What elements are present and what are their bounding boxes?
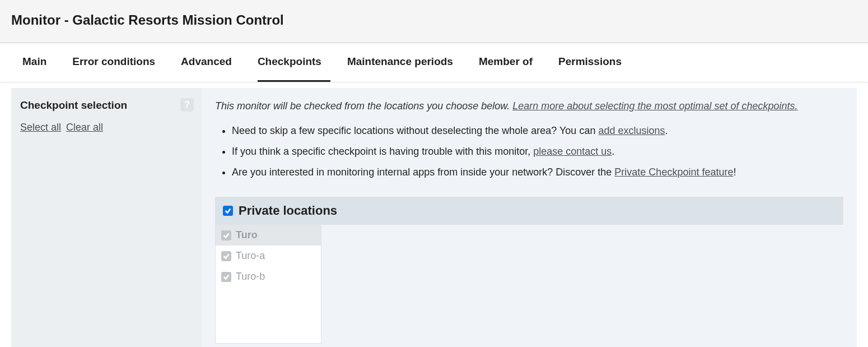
tab-advanced[interactable]: Advanced bbox=[181, 43, 241, 82]
tab-permissions[interactable]: Permissions bbox=[558, 43, 631, 82]
location-item-turo-b[interactable]: Turo-b bbox=[216, 266, 321, 287]
sidebar-title: Checkpoint selection bbox=[20, 99, 193, 112]
tab-bar: Main Error conditions Advanced Checkpoin… bbox=[0, 43, 868, 82]
checkbox-icon[interactable] bbox=[221, 251, 231, 261]
content-wrapper: Checkpoint selection ? Select all Clear … bbox=[0, 82, 868, 347]
private-locations-checkbox[interactable] bbox=[223, 206, 233, 216]
bullet-private-checkpoint: Are you interested in monitoring interna… bbox=[232, 165, 843, 180]
private-locations-header[interactable]: Private locations bbox=[215, 197, 843, 225]
page-header: Monitor - Galactic Resorts Mission Contr… bbox=[0, 0, 868, 43]
private-checkpoint-link[interactable]: Private Checkpoint feature bbox=[614, 166, 733, 178]
group-spacer bbox=[216, 287, 321, 343]
tab-checkpoints[interactable]: Checkpoints bbox=[258, 43, 330, 82]
location-item-turo-a[interactable]: Turo-a bbox=[216, 246, 321, 266]
location-label: Turo-a bbox=[236, 250, 265, 262]
location-group-box: Turo Turo-a Turo-b bbox=[215, 225, 321, 344]
select-all-link[interactable]: Select all bbox=[20, 122, 61, 133]
tab-main[interactable]: Main bbox=[22, 43, 55, 82]
checkpoint-sidebar: Checkpoint selection ? Select all Clear … bbox=[11, 88, 202, 347]
tab-maintenance-periods[interactable]: Maintenance periods bbox=[347, 43, 462, 82]
location-label: Turo-b bbox=[236, 271, 265, 283]
intro-text: This monitor will be checked from the lo… bbox=[215, 100, 843, 112]
location-label: Turo bbox=[236, 229, 258, 241]
checkbox-icon[interactable] bbox=[221, 272, 231, 282]
main-panel: This monitor will be checked from the lo… bbox=[202, 88, 857, 347]
location-item-turo[interactable]: Turo bbox=[216, 225, 321, 246]
page-title: Monitor - Galactic Resorts Mission Contr… bbox=[11, 12, 857, 28]
clear-all-link[interactable]: Clear all bbox=[66, 122, 103, 133]
intro-text-part: This monitor will be checked from the lo… bbox=[215, 100, 512, 112]
learn-more-link[interactable]: Learn more about selecting the most opti… bbox=[512, 100, 797, 112]
tab-member-of[interactable]: Member of bbox=[479, 43, 542, 82]
bullet-exclusions: Need to skip a few specific locations wi… bbox=[232, 123, 843, 138]
info-bullets: Need to skip a few specific locations wi… bbox=[215, 123, 843, 180]
sidebar-links: Select all Clear all bbox=[20, 122, 193, 133]
contact-us-link[interactable]: please contact us bbox=[533, 146, 612, 157]
private-locations-label: Private locations bbox=[239, 203, 337, 218]
tab-error-conditions[interactable]: Error conditions bbox=[72, 43, 164, 82]
checkbox-icon[interactable] bbox=[221, 230, 231, 240]
bullet-contact: If you think a specific checkpoint is ha… bbox=[232, 144, 843, 159]
add-exclusions-link[interactable]: add exclusions bbox=[598, 125, 665, 136]
help-icon[interactable]: ? bbox=[180, 98, 194, 112]
